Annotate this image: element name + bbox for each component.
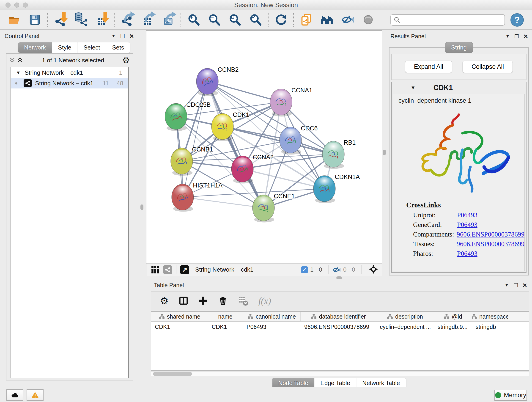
- save-session-button[interactable]: [28, 13, 41, 26]
- table-row[interactable]: CDK1CDK1P064939606.ENSP00000378699cyclin…: [151, 322, 529, 332]
- export-table-button[interactable]: [141, 13, 154, 26]
- close-panel-icon[interactable]: ×: [129, 32, 134, 40]
- crosslink-link[interactable]: 9606.ENSP00000378699: [457, 230, 525, 238]
- horizontal-scrollbar[interactable]: [151, 371, 529, 376]
- splitter-handle[interactable]: [383, 150, 386, 155]
- table-cell[interactable]: CDK1: [208, 322, 243, 332]
- crosslink-link[interactable]: P06493: [457, 211, 477, 219]
- column-header-shared-name[interactable]: shared name: [151, 312, 208, 321]
- apply-layout-button[interactable]: [274, 13, 287, 26]
- add-column-icon[interactable]: [198, 296, 208, 306]
- import-network-from-database-button[interactable]: [75, 13, 87, 26]
- clone-network-button[interactable]: [300, 13, 313, 26]
- network-node-HIST1H1A[interactable]: [172, 184, 194, 212]
- delete-table-icon[interactable]: [238, 295, 248, 306]
- network-node-CCNA2[interactable]: [231, 156, 253, 184]
- import-network-button[interactable]: [54, 13, 67, 26]
- birds-eye-crosshair-icon[interactable]: [369, 265, 378, 275]
- column-header-@id[interactable]: @id: [434, 312, 472, 321]
- import-table-button[interactable]: [95, 13, 108, 26]
- network-node-CCNE1[interactable]: [253, 195, 274, 223]
- entry-header[interactable]: ▼ CDK1: [392, 82, 526, 93]
- splitter-handle[interactable]: [140, 204, 143, 210]
- panel-menu-icon[interactable]: ▼: [505, 283, 509, 287]
- network-node-CCNB1[interactable]: [171, 148, 193, 176]
- crosslink-link[interactable]: P06493: [457, 221, 477, 229]
- collapse-triangle-icon[interactable]: ▼: [16, 70, 21, 75]
- network-collection-row[interactable]: ▼ String Network – cdk1 1: [11, 67, 128, 78]
- collapse-triangle-icon[interactable]: ▼: [411, 85, 416, 91]
- tab-style[interactable]: Style: [52, 42, 77, 53]
- delete-column-icon[interactable]: [218, 296, 228, 306]
- crosslink-link[interactable]: P06493: [457, 250, 477, 257]
- table-cell[interactable]: P06493: [243, 322, 301, 332]
- column-header-name[interactable]: name: [208, 312, 243, 321]
- cloud-status-button[interactable]: [6, 389, 23, 401]
- network-edge[interactable]: [183, 197, 264, 208]
- function-builder-button[interactable]: f(x): [259, 295, 271, 306]
- column-header-description[interactable]: description: [376, 312, 434, 321]
- float-panel-icon[interactable]: □: [120, 33, 124, 39]
- network-edge[interactable]: [207, 81, 264, 208]
- collapse-all-button[interactable]: Collapse All: [462, 61, 513, 73]
- float-panel-icon[interactable]: □: [515, 33, 519, 39]
- grid-view-icon[interactable]: [152, 266, 159, 274]
- table-cell[interactable]: CDK1: [151, 322, 208, 332]
- detach-view-button[interactable]: ↗: [180, 265, 189, 274]
- float-panel-icon[interactable]: □: [514, 282, 518, 288]
- table-cell[interactable]: cyclin–dependent ...: [376, 322, 434, 332]
- network-node-CDC6[interactable]: [279, 127, 302, 155]
- network-edge[interactable]: [183, 81, 207, 197]
- selected-checkbox-icon[interactable]: ✓: [301, 266, 308, 273]
- close-panel-icon[interactable]: ×: [523, 281, 527, 289]
- help-button[interactable]: ?: [510, 13, 524, 27]
- network-row-selected[interactable]: ● String Network – cdk1 11 48: [11, 78, 128, 89]
- network-view-badge[interactable]: [163, 265, 172, 274]
- table-cell[interactable]: stringdb: [472, 322, 508, 332]
- close-window-button[interactable]: [6, 2, 11, 7]
- minimize-window-button[interactable]: [14, 2, 19, 7]
- scrollbar-thumb[interactable]: [153, 372, 192, 376]
- panel-menu-icon[interactable]: ▼: [112, 34, 116, 38]
- expand-all-icon[interactable]: [16, 57, 24, 64]
- search-input[interactable]: [403, 17, 505, 24]
- network-node-CDKN1A[interactable]: [313, 176, 336, 203]
- expand-all-button[interactable]: Expand All: [405, 61, 452, 73]
- network-node-CDK1[interactable]: [211, 114, 234, 141]
- zoom-fit-button[interactable]: [228, 13, 241, 26]
- zoom-window-button[interactable]: [23, 2, 28, 7]
- table-cell[interactable]: 9606.ENSP00000378699: [301, 322, 376, 332]
- network-node-CCNB2[interactable]: [196, 68, 218, 96]
- network-node-CCNA1[interactable]: [270, 89, 292, 117]
- export-network-button[interactable]: [120, 13, 133, 26]
- show-columns-icon[interactable]: [179, 296, 188, 306]
- network-node-CDC25B[interactable]: [165, 103, 187, 131]
- hide-selected-button[interactable]: [341, 13, 354, 26]
- network-canvas[interactable]: CCNB2CCNA1CDC25BCDK1CDC6RB1CCNB1CCNA2CDK…: [146, 31, 382, 263]
- warnings-button[interactable]: [27, 389, 44, 401]
- open-session-button[interactable]: [8, 13, 21, 26]
- panel-menu-icon[interactable]: ▼: [506, 34, 510, 38]
- tab-select[interactable]: Select: [77, 42, 106, 53]
- table-cell[interactable]: stringdb:9...: [434, 322, 472, 332]
- tab-network[interactable]: Network: [18, 42, 52, 53]
- export-image-button[interactable]: [162, 13, 175, 26]
- network-node-RB1[interactable]: [322, 141, 344, 169]
- column-header-database-identifier[interactable]: database identifier: [301, 312, 376, 321]
- gear-icon[interactable]: ⚙: [122, 56, 130, 65]
- network-edge[interactable]: [242, 169, 324, 189]
- string-protein-query-button[interactable]: [321, 13, 333, 26]
- hidden-eye-slash-icon[interactable]: [332, 265, 341, 274]
- crosslink-link[interactable]: 9606.ENSP00000378699: [457, 240, 525, 248]
- memory-button[interactable]: Memory: [494, 390, 527, 401]
- collapse-all-icon[interactable]: [8, 57, 16, 64]
- tab-sets[interactable]: Sets: [106, 42, 130, 53]
- table-settings-button[interactable]: ⚙: [160, 295, 169, 306]
- tab-string[interactable]: String: [445, 42, 473, 53]
- close-panel-icon[interactable]: ×: [524, 32, 528, 40]
- zoom-selected-button[interactable]: [249, 13, 262, 26]
- zoom-in-button[interactable]: [187, 13, 200, 26]
- column-header-canonical-name[interactable]: canonical name: [243, 312, 301, 321]
- column-header-namespace[interactable]: namespace: [472, 312, 508, 321]
- show-all-button[interactable]: [362, 13, 375, 26]
